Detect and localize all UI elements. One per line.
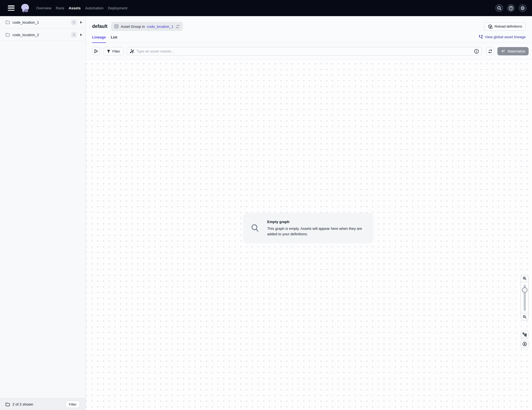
nav-item-runs[interactable]: Runs: [56, 4, 64, 12]
tab-list[interactable]: List: [111, 31, 117, 43]
global-lineage-label: View global asset lineage: [485, 35, 526, 39]
toggle-side-panel-button[interactable]: [92, 47, 100, 55]
sidebar-item-code-location-1[interactable]: code_location_1 0: [0, 16, 86, 28]
chevron-right-icon[interactable]: [80, 21, 82, 24]
location-name: code_location_1: [12, 20, 39, 24]
sidebar-empty-space: [0, 41, 86, 398]
chevron-right-icon[interactable]: [80, 33, 82, 36]
empty-graph-texts: Empty graph This graph is empty. Assets …: [267, 220, 366, 236]
sync-status-icon[interactable]: [175, 24, 180, 28]
location-name: code_location_2: [12, 33, 39, 37]
fit-lineage-view-button[interactable]: [521, 330, 529, 338]
search-button[interactable]: [495, 4, 504, 12]
lineage-toolbar: Filter: [86, 43, 532, 60]
materialize-button[interactable]: Materialize: [497, 47, 529, 55]
tab-lineage[interactable]: Lineage: [92, 31, 106, 43]
content-shell: code_location_1 0 code_location_2 0 2 of…: [0, 16, 532, 410]
funnel-icon: [107, 49, 111, 53]
view-tabs: Lineage List View global asset lineage: [86, 31, 532, 43]
topbar-actions: ⚙: [495, 4, 527, 12]
reload-definitions-button[interactable]: Reload definitions: [484, 22, 526, 30]
badge-text: Asset Group in: [121, 24, 145, 28]
top-navigation-bar: Overview Runs Assets Automation Deployme…: [0, 0, 532, 16]
sidebar-filter-button[interactable]: Filter: [66, 401, 80, 408]
lineage-layout-icon: [522, 332, 527, 336]
folder-icon: [5, 33, 10, 37]
asset-group-icon: [114, 24, 119, 28]
asset-groups-sidebar: code_location_1 0 code_location_2 0 2 of…: [0, 16, 86, 410]
page-header: default Asset Group in code_location_1: [86, 16, 532, 31]
page-title: default: [92, 24, 107, 29]
settings-button[interactable]: ⚙: [518, 4, 527, 12]
nav-item-assets[interactable]: Assets: [69, 4, 81, 12]
refresh-graph-button[interactable]: [486, 47, 494, 55]
view-global-asset-lineage-link[interactable]: View global asset lineage: [479, 35, 526, 43]
shown-count-summary: 2 of 2 shown: [12, 402, 33, 406]
asset-group-badge: Asset Group in code_location_1: [111, 22, 183, 31]
panel-expand-icon: [94, 49, 98, 53]
materialize-label: Materialize: [508, 49, 525, 53]
empty-graph-message: This graph is empty. Assets will appear …: [267, 226, 366, 236]
nav-item-overview[interactable]: Overview: [36, 4, 51, 12]
help-icon: [508, 6, 513, 10]
folder-icon: [5, 402, 10, 406]
lineage-graph-canvas[interactable]: Empty graph This graph is empty. Assets …: [86, 60, 532, 410]
hamburger-menu-icon[interactable]: [8, 5, 15, 11]
code-location-link[interactable]: code_location_1: [147, 24, 173, 28]
download-graph-button[interactable]: [521, 340, 529, 348]
sidebar-footer: 2 of 2 shown Filter: [0, 398, 86, 410]
download-icon: [522, 342, 527, 346]
zoom-slider: [521, 282, 528, 313]
refresh-icon: [488, 49, 493, 53]
dagster-app: Overview Runs Assets Automation Deployme…: [0, 0, 532, 410]
asset-count-badge: 0: [71, 19, 77, 25]
asset-subset-search: [127, 47, 482, 55]
zoom-control-group: [521, 275, 529, 321]
asset-count-badge: 0: [71, 32, 77, 37]
sidebar-item-code-location-2[interactable]: code_location_2 0: [0, 28, 86, 41]
help-button[interactable]: [507, 4, 515, 12]
zoom-in-button[interactable]: [521, 275, 528, 282]
search-icon: [497, 6, 502, 10]
zoom-out-button[interactable]: [521, 313, 528, 320]
empty-graph-card: Empty graph This graph is empty. Assets …: [243, 213, 374, 243]
empty-graph-title: Empty graph: [267, 220, 366, 224]
global-lineage-icon: [479, 35, 483, 39]
gear-icon: ⚙: [520, 6, 525, 10]
magnifier-icon: [250, 224, 260, 233]
folder-icon: [5, 20, 10, 24]
main-panel: default Asset Group in code_location_1: [86, 16, 532, 410]
nav-item-deployment[interactable]: Deployment: [108, 4, 127, 12]
graph-filter-button[interactable]: Filter: [103, 47, 124, 55]
nav-item-automation[interactable]: Automation: [85, 4, 104, 12]
reload-cube-icon: [488, 24, 493, 29]
reload-definitions-label: Reload definitions: [494, 24, 522, 28]
asset-subset-input[interactable]: [136, 49, 474, 53]
filter-label: Filter: [112, 49, 120, 53]
zoom-slider-thumb[interactable]: [522, 287, 527, 293]
dagster-logo-icon[interactable]: [20, 3, 30, 13]
asset-subset-icon: [129, 49, 134, 54]
sparkle-icon: [501, 49, 506, 54]
primary-nav: Overview Runs Assets Automation Deployme…: [36, 4, 127, 12]
info-icon[interactable]: [474, 49, 479, 54]
